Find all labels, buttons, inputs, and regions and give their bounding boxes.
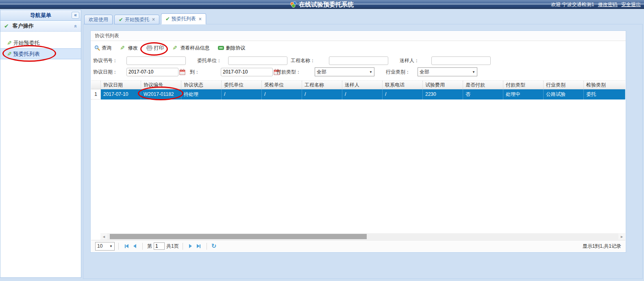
page-number-input[interactable]	[154, 242, 165, 250]
refresh-button[interactable]: ↻	[211, 242, 217, 250]
pager-next-button[interactable]	[189, 244, 192, 248]
column-header[interactable]: 工程名称	[302, 81, 342, 89]
toolbar-button-label: 打印	[154, 45, 164, 52]
print-button[interactable]: 打印	[146, 45, 164, 52]
app-title: 在线试验预委托系统	[0, 0, 644, 9]
collapse-icon: «	[74, 12, 77, 18]
grid-cell-project-name: /	[302, 89, 342, 99]
grid-cell-paid: 否	[463, 89, 503, 99]
column-header[interactable]: 行业类别	[544, 81, 584, 89]
scrollbar-track[interactable]	[107, 233, 618, 240]
scroll-right-button[interactable]: ►	[618, 235, 625, 239]
horizontal-scrollbar[interactable]: ◄ ►	[100, 233, 625, 240]
sidebar-header: 导航菜单 «	[0, 10, 81, 21]
next-page-icon	[189, 244, 192, 248]
industry-category-select[interactable]: 全部 ▼	[418, 67, 477, 76]
sample-sender-input[interactable]	[431, 56, 491, 65]
check-icon: ✔	[119, 17, 123, 23]
grid-cell-agreement-date: 2017-07-10	[101, 89, 141, 99]
tab-label: 预委托列表	[172, 15, 196, 22]
agreement-grid: 协议日期 协议编号 协议状态 委托单位 受检单位 工程名称 送样人 联系电话 试…	[91, 80, 625, 233]
sidebar-item-start-pre-commission[interactable]: ✎ 开始预委托	[0, 37, 81, 48]
panel-title: 协议书列表	[95, 33, 119, 39]
grid-header: 协议日期 协议编号 协议状态 委托单位 受检单位 工程名称 送样人 联系电话 试…	[91, 80, 625, 89]
delete-agreement-button[interactable]: 删除协议	[218, 45, 245, 52]
tab-label: 开始预委托	[125, 16, 149, 23]
grid-cell-sample-sender: /	[342, 89, 383, 99]
search-button[interactable]: 查询	[94, 45, 111, 52]
pencil-icon: ✎	[120, 45, 125, 51]
grid-cell-agreement-status: 待处理	[181, 89, 222, 99]
grid-cell-industry-category: 公路试验	[544, 89, 584, 99]
first-page-icon	[126, 244, 128, 248]
tab-start-pre-commission[interactable]: ✔ 开始预委托 ×	[114, 15, 159, 24]
client-unit-label: 委托单位：	[197, 57, 228, 64]
column-header[interactable]: 付款类型	[503, 81, 544, 89]
check-icon: ✔	[4, 23, 9, 29]
calendar-icon[interactable]	[179, 69, 185, 75]
project-name-input[interactable]	[329, 56, 388, 65]
toolbar: 查询 ✎ 修改 打印 ✎ 查看样品信息 删除协议	[91, 41, 626, 55]
agreement-date-to-input[interactable]	[221, 68, 273, 76]
dropdown-icon: ▼	[472, 70, 475, 74]
date-to-label: 到：	[190, 69, 221, 76]
client-unit-input[interactable]	[228, 56, 287, 65]
column-header[interactable]: 送样人	[342, 81, 383, 89]
column-header[interactable]: 检验类别	[584, 81, 625, 89]
grid-cell-inspection-category: 委托	[584, 89, 625, 99]
payment-type-label: 付款类型：	[276, 69, 315, 76]
column-header[interactable]: 试验费用	[423, 81, 463, 89]
industry-category-value: 全部	[420, 69, 472, 76]
edit-button[interactable]: ✎ 修改	[120, 45, 138, 52]
app-header: 在线试验预委托系统 欢迎 宁波交通检测1 修改密码 安全退出	[0, 0, 644, 9]
pager-last-button[interactable]	[197, 244, 200, 248]
dropdown-icon: ▼	[109, 244, 113, 248]
column-header[interactable]: 联系电话	[383, 81, 423, 89]
pager-prev-button[interactable]	[133, 244, 136, 248]
tab-close-icon[interactable]: ×	[199, 16, 202, 22]
column-header[interactable]: 是否付款	[463, 81, 503, 89]
pager-first-button[interactable]	[125, 244, 128, 248]
column-header[interactable]: 受检单位	[262, 81, 302, 89]
chevron-up-icon[interactable]: «	[73, 24, 79, 27]
table-row[interactable]: 1 2017-07-10 W2017-01182 待处理 / / / / / 2…	[91, 89, 625, 99]
view-sample-info-button[interactable]: ✎ 查看样品信息	[172, 45, 210, 52]
app-title-text: 在线试验预委托系统	[299, 1, 354, 8]
agreement-date-from-input[interactable]	[126, 68, 178, 76]
payment-type-value: 全部	[317, 69, 369, 76]
tabstrip: 欢迎使用 ✔ 开始预委托 × ✔ 预委托列表 ×	[84, 13, 208, 24]
grid-cell-inspected-unit: /	[262, 89, 302, 99]
change-password-link[interactable]: 修改密码	[598, 2, 618, 7]
sidebar-collapse-button[interactable]: «	[72, 12, 79, 19]
tab-close-icon[interactable]: ×	[152, 17, 155, 22]
printer-icon	[146, 45, 152, 51]
page-size-select[interactable]: 10 ▼	[95, 242, 115, 251]
column-header[interactable]: 协议编号	[141, 81, 181, 89]
agreement-no-input[interactable]	[126, 56, 186, 65]
sidebar-section-client-operations[interactable]: ✔ 客户操作 «	[0, 21, 81, 32]
agreement-list-panel: 协议书列表 查询 ✎ 修改 打印 ✎ 查看样品信息	[90, 30, 626, 253]
column-header[interactable]: 协议日期	[101, 81, 141, 89]
scroll-left-button[interactable]: ◄	[100, 235, 107, 239]
filter-row-1: 协议书号： 委托单位： 工程名称： 送样人：	[91, 55, 626, 66]
check-icon: ✔	[165, 16, 170, 22]
tab-welcome[interactable]: 欢迎使用	[84, 15, 113, 24]
column-header[interactable]: 委托单位	[222, 81, 262, 89]
grid-cell-client-unit: /	[222, 89, 262, 99]
scrollbar-thumb[interactable]	[110, 234, 367, 239]
column-header[interactable]: 协议状态	[181, 81, 222, 89]
tab-pre-commission-list[interactable]: ✔ 预委托列表 ×	[161, 13, 206, 24]
sidebar-item-pre-commission-list[interactable]: ✎ 预委托列表	[0, 48, 81, 59]
logout-link[interactable]: 安全退出	[621, 2, 641, 7]
row-number-header	[91, 81, 101, 89]
panel-header: 协议书列表	[91, 31, 626, 41]
page-total-label: 共1页	[166, 243, 179, 250]
toolbar-button-label: 查看样品信息	[180, 45, 209, 52]
payment-type-select[interactable]: 全部 ▼	[315, 67, 374, 76]
grid-cell-test-fee: 2230	[423, 89, 463, 99]
tab-label: 欢迎使用	[89, 16, 108, 23]
toolbar-button-label: 查询	[102, 45, 111, 52]
grid-cell-payment-type: 处理中	[503, 89, 544, 99]
industry-category-label: 行业类别：	[386, 69, 418, 76]
grid-cell-contact-phone: /	[383, 89, 423, 99]
